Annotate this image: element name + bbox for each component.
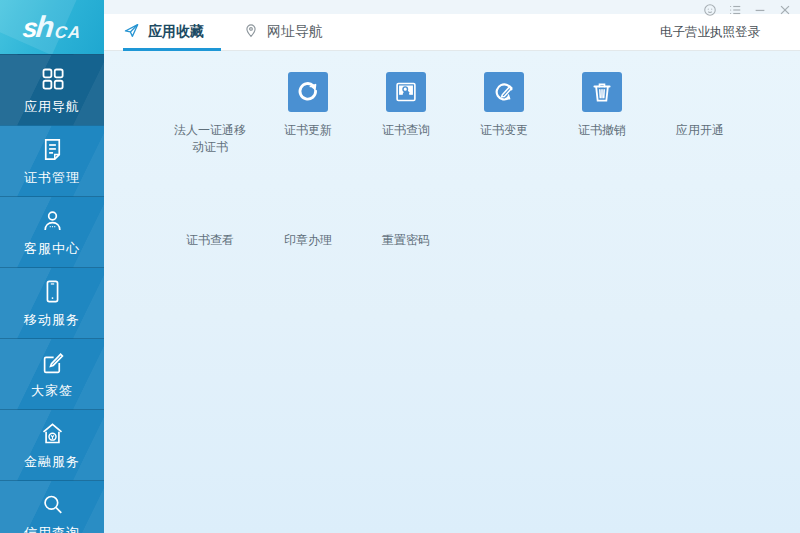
app-item-label: 应用开通 [676, 122, 724, 139]
app-favorites-panel: 法人一证通移动证书 证书更新 [104, 51, 800, 533]
logo-letter-h: h [34, 12, 55, 42]
bank-house-icon [39, 420, 66, 447]
monitor-search-icon [386, 72, 426, 112]
app-item-label: 重置密码 [382, 232, 430, 249]
sidebar-item-certificate-management[interactable]: 证书管理 [0, 125, 104, 196]
certificate-document-icon [39, 136, 66, 163]
app-item-label: 证书撤销 [578, 122, 626, 139]
app-item-label: 证书查看 [186, 232, 234, 249]
app-item-label: 证书更新 [284, 122, 332, 139]
app-item-cert-change[interactable]: 证书变更 [455, 72, 553, 156]
app-logo: s h CA [0, 0, 104, 54]
app-item-seal-service[interactable]: 印章办理 [259, 182, 357, 249]
app-item-label: 证书查询 [382, 122, 430, 139]
sidebar: s h CA 应用导航 证书管理 [0, 0, 104, 533]
tab-app-favorites[interactable]: 应用收藏 [123, 14, 221, 50]
app-item-label: 法人一证通移动证书 [169, 122, 251, 156]
app-window: s h CA 应用导航 证书管理 [0, 0, 800, 533]
sidebar-item-label: 客服中心 [24, 240, 80, 258]
main-area: 应用收藏 网址导航 电子营业执照登录 法人一证通移动证书 [104, 0, 800, 533]
app-item-cert-update[interactable]: 证书更新 [259, 72, 357, 156]
customer-support-icon[interactable] [702, 2, 718, 18]
app-item-reset-password[interactable]: 重置密码 [357, 182, 455, 249]
sidebar-item-label: 证书管理 [24, 169, 80, 187]
app-item-cert-query[interactable]: 证书查询 [357, 72, 455, 156]
tab-url-navigation[interactable]: 网址导航 [243, 14, 323, 50]
app-item-cert-revoke[interactable]: 证书撤销 [553, 72, 651, 156]
sidebar-item-everyone-sign[interactable]: 大家签 [0, 338, 104, 409]
logo-text: s h CA [21, 12, 83, 42]
missing-icon [190, 72, 230, 112]
missing-icon [386, 182, 426, 222]
business-license-login-link[interactable]: 电子营业执照登录 [660, 14, 760, 51]
refresh-edit-icon [484, 72, 524, 112]
minimize-icon[interactable] [752, 2, 768, 18]
sidebar-item-label: 金融服务 [24, 453, 80, 471]
tab-label: 应用收藏 [148, 23, 204, 41]
titlebar-strip [104, 0, 800, 14]
sidebar-item-label: 应用导航 [24, 98, 80, 116]
magnifier-icon [39, 491, 66, 518]
sidebar-item-label: 信用查询 [24, 524, 80, 533]
menu-list-icon[interactable] [727, 2, 743, 18]
trash-icon [582, 72, 622, 112]
sidebar-item-customer-service[interactable]: 客服中心 [0, 196, 104, 267]
app-grid-row-2: 证书查看 印章办理 重置密码 [161, 182, 455, 249]
person-icon [39, 207, 66, 234]
logo-letters-ca: CA [53, 24, 81, 41]
app-item-label: 印章办理 [284, 232, 332, 249]
tab-label: 网址导航 [267, 23, 323, 41]
app-item-cert-view[interactable]: 证书查看 [161, 182, 259, 249]
app-item-app-activation[interactable]: 应用开通 [651, 72, 749, 156]
close-icon[interactable] [777, 2, 793, 18]
sidebar-item-label: 大家签 [31, 382, 73, 400]
window-controls [702, 2, 793, 18]
location-pin-icon [243, 22, 259, 42]
sign-pen-icon [39, 349, 66, 376]
refresh-icon [288, 72, 328, 112]
logo-letter-s: s [21, 15, 39, 42]
sidebar-item-label: 移动服务 [24, 311, 80, 329]
sidebar-item-credit-inquiry[interactable]: 信用查询 [0, 480, 104, 533]
paper-plane-icon [123, 22, 140, 43]
missing-icon [680, 72, 720, 112]
app-item-label: 证书变更 [480, 122, 528, 139]
sidebar-item-mobile-services[interactable]: 移动服务 [0, 267, 104, 338]
sidebar-item-app-navigation[interactable]: 应用导航 [0, 54, 104, 125]
app-item-legal-person-mobile-cert[interactable]: 法人一证通移动证书 [161, 72, 259, 156]
mobile-phone-icon [39, 278, 66, 305]
app-grid-row-1: 法人一证通移动证书 证书更新 [161, 72, 749, 156]
sidebar-item-financial-services[interactable]: 金融服务 [0, 409, 104, 480]
app-grid-icon [39, 65, 66, 92]
missing-icon [190, 182, 230, 222]
missing-icon [288, 182, 328, 222]
